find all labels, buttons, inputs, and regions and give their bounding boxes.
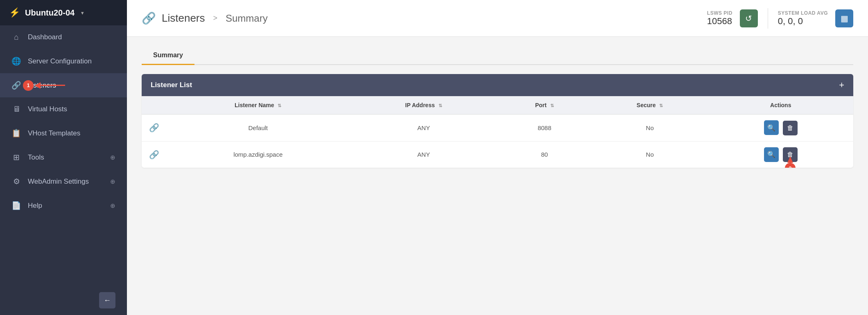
annotation-arrow-2 bbox=[787, 156, 793, 163]
secure-cell: No bbox=[592, 141, 708, 168]
chart-icon: ▦ bbox=[841, 14, 848, 23]
actions-cell: 🔍 🗑 2 bbox=[708, 141, 853, 168]
listener-name-cell: lomp.azdigi.space bbox=[166, 141, 350, 168]
sidebar-item-webadmin-settings[interactable]: ⚙ WebAdmin Settings ⊕ bbox=[0, 169, 127, 194]
system-load-block: SYSTEM LOAD AVG 0, 0, 0 bbox=[778, 10, 828, 27]
sidebar-header[interactable]: ⚡ Ubuntu20-04 ▾ bbox=[0, 0, 127, 25]
breadcrumb-separator: > bbox=[213, 14, 218, 22]
port-cell: 80 bbox=[497, 141, 592, 168]
view-listener-button-2[interactable]: 🔍 bbox=[764, 147, 779, 162]
sidebar-navigation: ⌂ Dashboard 🌐 Server Configuration 🔗 Lis… bbox=[0, 25, 127, 286]
col-icon bbox=[142, 96, 166, 115]
tab-summary[interactable]: Summary bbox=[142, 47, 194, 65]
sidebar-item-help[interactable]: 📄 Help ⊕ bbox=[0, 194, 127, 218]
sidebar-item-label: WebAdmin Settings bbox=[28, 178, 89, 186]
listener-name-cell: Default bbox=[166, 115, 350, 142]
sort-arrows-secure: ⇅ bbox=[659, 103, 663, 108]
page-icon: 🔗 bbox=[142, 11, 156, 25]
sort-arrows-name: ⇅ bbox=[278, 103, 281, 108]
table-header: Listener List + bbox=[142, 74, 853, 96]
monitor-icon: 🖥 bbox=[11, 105, 21, 114]
topbar-left: 🔗 Listeners > Summary bbox=[142, 11, 268, 25]
annotation-badge-2: 2 bbox=[785, 163, 796, 168]
secure-cell: No bbox=[592, 115, 708, 142]
system-load-value: 0, 0, 0 bbox=[778, 16, 803, 27]
content-area: Summary Listener List + Listener Name ⇅ bbox=[127, 37, 868, 315]
add-listener-button[interactable]: + bbox=[839, 81, 844, 90]
main-content: 🔗 Listeners > Summary LSWS PID 10568 ↺ S… bbox=[127, 0, 868, 315]
lsws-pid-label: LSWS PID bbox=[707, 10, 732, 16]
actions-cell: 🔍 🗑 bbox=[708, 115, 853, 142]
sidebar-footer: ← bbox=[0, 286, 127, 315]
expand-icon: ⊕ bbox=[110, 154, 115, 161]
refresh-icon: ↺ bbox=[745, 14, 752, 23]
lightning-icon: ⚡ bbox=[9, 7, 20, 18]
document-icon: 📄 bbox=[11, 201, 21, 210]
col-actions: Actions bbox=[708, 96, 853, 115]
sort-arrows-ip: ⇅ bbox=[439, 103, 442, 108]
sidebar-item-label: Help bbox=[28, 202, 42, 210]
expand-icon: ⊕ bbox=[110, 178, 115, 185]
sidebar-item-listeners[interactable]: 🔗 Listeners 1 bbox=[0, 73, 127, 97]
col-ip-address: IP Address ⇅ bbox=[350, 96, 497, 115]
page-title: Listeners bbox=[162, 12, 205, 25]
table-row: 🔗 lomp.azdigi.space ANY 80 No 🔍 🗑 bbox=[142, 141, 853, 168]
sidebar-item-label: Virtual Hosts bbox=[28, 105, 67, 113]
sidebar-item-dashboard[interactable]: ⌂ Dashboard bbox=[0, 25, 127, 49]
sidebar-item-vhost-templates[interactable]: 📋 VHost Templates bbox=[0, 121, 127, 145]
ip-address-cell: ANY bbox=[350, 115, 497, 142]
sidebar-item-label: Tools bbox=[28, 153, 44, 162]
sidebar-item-label: VHost Templates bbox=[28, 129, 80, 137]
view-listener-button[interactable]: 🔍 bbox=[764, 120, 779, 135]
row-icon-cell: 🔗 bbox=[142, 141, 166, 168]
globe-icon: 🌐 bbox=[11, 56, 21, 66]
sidebar: ⚡ Ubuntu20-04 ▾ ⌂ Dashboard 🌐 Server Con… bbox=[0, 0, 127, 315]
listener-table: Listener Name ⇅ IP Address ⇅ Port ⇅ Se bbox=[142, 96, 853, 168]
server-name: Ubuntu20-04 bbox=[25, 8, 75, 18]
lsws-pid-block: LSWS PID 10568 bbox=[707, 10, 732, 27]
col-listener-name: Listener Name ⇅ bbox=[166, 96, 350, 115]
sidebar-item-virtual-hosts[interactable]: 🖥 Virtual Hosts bbox=[0, 97, 127, 121]
listener-list-card: Listener List + Listener Name ⇅ IP Addre… bbox=[142, 74, 853, 168]
gear-icon: ⚙ bbox=[11, 177, 21, 186]
ip-address-cell: ANY bbox=[350, 141, 497, 168]
lsws-pid-value: 10568 bbox=[707, 16, 732, 27]
home-icon: ⌂ bbox=[11, 33, 21, 42]
chart-button[interactable]: ▦ bbox=[835, 9, 853, 27]
row-icon-cell: 🔗 bbox=[142, 115, 166, 142]
sidebar-item-tools[interactable]: ⊞ Tools ⊕ bbox=[0, 145, 127, 169]
table-row: 🔗 Default ANY 8088 No 🔍 🗑 bbox=[142, 115, 853, 142]
topbar-right: LSWS PID 10568 ↺ SYSTEM LOAD AVG 0, 0, 0… bbox=[707, 8, 853, 29]
refresh-button[interactable]: ↺ bbox=[740, 9, 758, 27]
table-header-row: Listener Name ⇅ IP Address ⇅ Port ⇅ Se bbox=[142, 96, 853, 115]
collapse-sidebar-button[interactable]: ← bbox=[99, 292, 115, 308]
delete-listener-button[interactable]: 🗑 bbox=[783, 121, 798, 135]
system-load-label: SYSTEM LOAD AVG bbox=[778, 10, 828, 16]
topbar: 🔗 Listeners > Summary LSWS PID 10568 ↺ S… bbox=[127, 0, 868, 37]
stat-divider bbox=[768, 8, 768, 29]
tabs-container: Summary bbox=[142, 47, 853, 65]
grid-icon: ⊞ bbox=[11, 153, 21, 162]
annotation-arrow-1 bbox=[35, 82, 65, 89]
expand-icon: ⊕ bbox=[110, 202, 115, 209]
clipboard-icon: 📋 bbox=[11, 128, 21, 138]
sort-arrows-port: ⇅ bbox=[550, 103, 554, 108]
port-cell: 8088 bbox=[497, 115, 592, 142]
col-port: Port ⇅ bbox=[497, 96, 592, 115]
col-secure: Secure ⇅ bbox=[592, 96, 708, 115]
annotation-badge-1: 1 bbox=[23, 80, 34, 91]
link-icon: 🔗 bbox=[11, 81, 21, 90]
table-title: Listener List bbox=[151, 81, 192, 89]
row-link-icon: 🔗 bbox=[149, 150, 159, 159]
chevron-down-icon: ▾ bbox=[81, 10, 84, 16]
sidebar-item-label: Dashboard bbox=[28, 33, 62, 41]
sidebar-item-server-configuration[interactable]: 🌐 Server Configuration bbox=[0, 49, 127, 73]
sidebar-item-label: Server Configuration bbox=[28, 57, 92, 65]
breadcrumb-current: Summary bbox=[226, 13, 268, 24]
row-link-icon: 🔗 bbox=[149, 123, 159, 132]
